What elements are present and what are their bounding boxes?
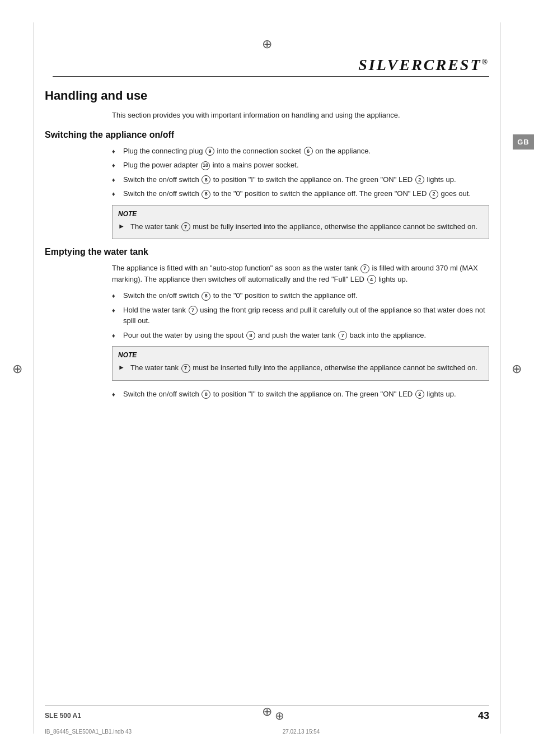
badge-8e: 8	[202, 390, 210, 399]
footer-file: IB_86445_SLE500A1_LB1.indb 43 27.02.13 1…	[45, 729, 320, 735]
bullet-diamond: ♦	[112, 161, 120, 171]
intro-text: This section provides you with important…	[112, 110, 489, 121]
badge-8a: 8	[202, 175, 210, 184]
footer-model: SLE 500 A1	[45, 712, 81, 720]
bullet-item: ♦ Switch the on/off switch 8 to the "0" …	[112, 188, 489, 199]
section2-title: Emptying the water tank	[45, 247, 489, 257]
crosshair-right: ⊕	[512, 363, 522, 375]
vline-right	[500, 22, 500, 734]
brand-name: SilverCrest®	[358, 56, 489, 73]
badge-2b: 2	[429, 190, 438, 199]
note-arrow: ►	[118, 362, 127, 374]
section2-bullets: ♦ Switch the on/off switch 8 to the "0" …	[112, 290, 489, 340]
badge-8d: 8	[246, 331, 255, 340]
bullet-text: Hold the water tank 7 using the front gr…	[123, 305, 489, 326]
badge-8c: 8	[202, 292, 210, 301]
brand-header: SilverCrest®	[53, 56, 489, 77]
badge-8b: 8	[202, 190, 210, 199]
section1-title: Switching the appliance on/off	[45, 130, 489, 140]
badge-7b: 7	[360, 264, 369, 273]
crosshair-left: ⊕	[12, 363, 22, 375]
bullet-item: ♦ Plug the connecting plug 9 into the co…	[112, 146, 489, 157]
bullet-diamond: ♦	[112, 306, 120, 326]
note-item: ► The water tank 7 must be inserted full…	[118, 362, 483, 374]
bullet-item: ♦ Plug the power adapter 10 into a mains…	[112, 160, 489, 171]
bullet-item: ♦ Hold the water tank 7 using the front …	[112, 305, 489, 326]
note-item: ► The water tank 7 must be fully inserte…	[118, 221, 483, 232]
note-arrow: ►	[118, 221, 127, 232]
page: ⊕ ⊕ ⊕ ⊕ SilverCrest® GB Handling and use…	[0, 0, 534, 756]
note-box-1: NOTE ► The water tank 7 must be fully in…	[112, 205, 489, 240]
badge-4: 4	[367, 275, 376, 284]
section2-final-bullets: ♦ Switch the on/off switch 8 to position…	[112, 389, 489, 400]
bullet-diamond: ♦	[112, 189, 120, 199]
badge-7a: 7	[181, 222, 190, 231]
note-title-1: NOTE	[118, 210, 483, 218]
footer-crosshair: ⊕	[275, 709, 284, 722]
note-text: The water tank 7 must be fully inserted …	[130, 221, 483, 232]
note-title-2: NOTE	[118, 351, 483, 359]
gb-tab: GB	[513, 134, 534, 150]
badge-9: 9	[205, 147, 214, 156]
badge-7c: 7	[189, 306, 198, 315]
main-title: Handling and use	[45, 88, 489, 103]
bullet-text: Pour out the water by using the spout 8 …	[123, 330, 489, 341]
section2-intro: The appliance is fitted with an "auto-st…	[112, 263, 489, 284]
bullet-item: ♦ Switch the on/off switch 8 to position…	[112, 174, 489, 185]
bullet-diamond: ♦	[112, 175, 120, 185]
section1-bullets: ♦ Plug the connecting plug 9 into the co…	[112, 146, 489, 199]
note-text: The water tank 7 must be inserted fully …	[130, 362, 483, 374]
bullet-diamond: ♦	[112, 147, 120, 157]
vline-left	[34, 22, 34, 734]
bullet-text: Plug the connecting plug 9 into the conn…	[123, 146, 489, 157]
bullet-text: Switch the on/off switch 8 to position "…	[123, 389, 489, 400]
badge-2a: 2	[415, 175, 424, 184]
page-number: 43	[478, 710, 489, 722]
footer: SLE 500 A1 ⊕ 43	[45, 705, 489, 722]
badge-7e: 7	[181, 364, 190, 373]
bullet-text: Switch the on/off switch 8 to the "0" po…	[123, 188, 489, 199]
bullet-text: Plug the power adapter 10 into a mains p…	[123, 160, 489, 171]
bullet-item: ♦ Switch the on/off switch 8 to the "0" …	[112, 290, 489, 301]
bullet-item: ♦ Pour out the water by using the spout …	[112, 330, 489, 341]
crosshair-top: ⊕	[262, 38, 272, 50]
main-content: Handling and use This section provides y…	[45, 83, 489, 410]
bullet-diamond: ♦	[112, 291, 120, 301]
badge-7d: 7	[338, 331, 347, 340]
badge-2c: 2	[415, 390, 424, 399]
bullet-text: Switch the on/off switch 8 to position "…	[123, 174, 489, 185]
badge-6: 6	[304, 147, 313, 156]
bullet-item: ♦ Switch the on/off switch 8 to position…	[112, 389, 489, 400]
badge-10: 10	[201, 161, 210, 170]
bullet-text: Switch the on/off switch 8 to the "0" po…	[123, 290, 489, 301]
bullet-diamond: ♦	[112, 390, 120, 400]
bullet-diamond: ♦	[112, 331, 120, 341]
note-box-2: NOTE ► The water tank 7 must be inserted…	[112, 346, 489, 381]
